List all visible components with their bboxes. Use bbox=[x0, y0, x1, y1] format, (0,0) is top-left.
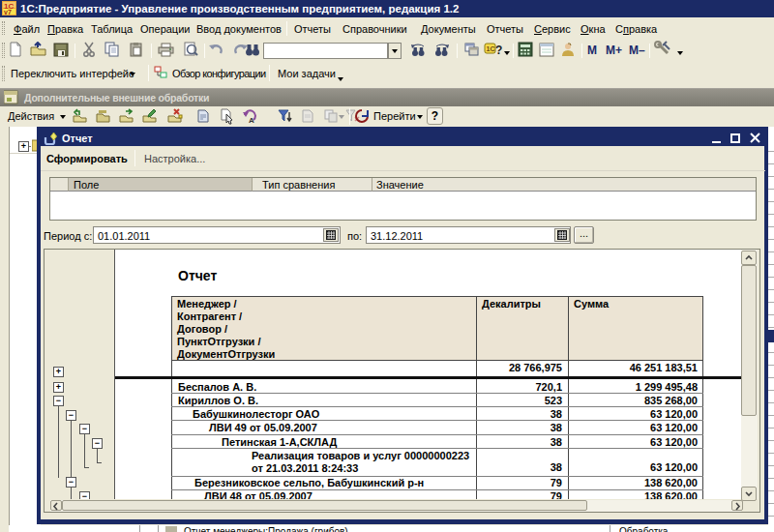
svg-text:v7: v7 bbox=[4, 9, 12, 15]
svg-text:A: A bbox=[249, 116, 254, 125]
svg-text:?: ? bbox=[495, 44, 502, 57]
svg-text:1С: 1С bbox=[487, 45, 495, 52]
